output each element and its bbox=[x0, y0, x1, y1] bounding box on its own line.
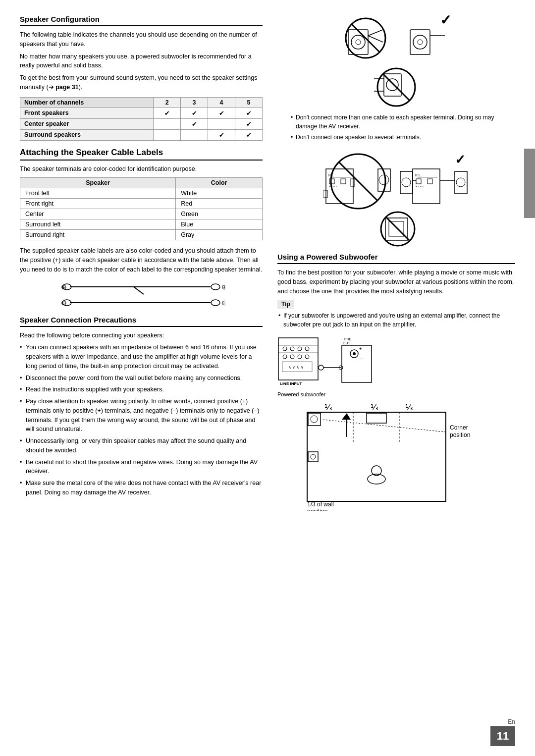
svg-point-63 bbox=[283, 347, 287, 351]
svg-text:R  L: R L bbox=[415, 173, 421, 177]
page-number: 11 bbox=[490, 726, 515, 746]
diagram-note-item: Don't connect one speaker to several ter… bbox=[296, 133, 505, 142]
svg-text:1/3 of wall: 1/3 of wall bbox=[307, 501, 334, 508]
svg-point-66 bbox=[305, 347, 309, 351]
svg-rect-60 bbox=[278, 338, 318, 380]
svg-rect-46 bbox=[416, 179, 421, 184]
diagram-note-item: Don't connect more than one cable to eac… bbox=[296, 113, 505, 131]
svg-text:✓: ✓ bbox=[440, 15, 451, 28]
correct-speaker-svg-1: ✓ bbox=[400, 15, 455, 62]
svg-text:⅓: ⅓ bbox=[371, 403, 378, 412]
wrong-diagram-1 bbox=[338, 15, 393, 63]
speaker-config-para3: To get the best from your surround sound… bbox=[20, 73, 263, 92]
channels-table: Number of channels 2 3 4 5 Front speaker… bbox=[20, 97, 263, 141]
svg-text:PRE: PRE bbox=[344, 337, 352, 341]
svg-text:⊕: ⊕ bbox=[221, 283, 225, 291]
subwoofer-device-svg: ∧ ∨ ∧ ∨ LINE INPUT PRE OUT bbox=[277, 333, 376, 387]
room-diagram: ⅓ ⅓ ⅓ bbox=[277, 402, 515, 513]
svg-line-19 bbox=[352, 24, 379, 52]
svg-text:+: + bbox=[359, 346, 362, 351]
wrong-speaker-svg-2 bbox=[369, 66, 424, 108]
channels-table-row: Surround speakers✔✔ bbox=[20, 129, 263, 140]
svg-point-70 bbox=[305, 355, 309, 359]
svg-point-14 bbox=[351, 35, 365, 49]
svg-rect-97 bbox=[308, 452, 318, 462]
svg-rect-84 bbox=[307, 412, 446, 501]
svg-text:⊖: ⊖ bbox=[221, 299, 225, 307]
no-symbol-svg bbox=[378, 211, 418, 248]
svg-point-40 bbox=[379, 175, 389, 185]
svg-rect-57 bbox=[389, 221, 404, 236]
speaker-config-para1: The following table indicates the channe… bbox=[20, 30, 263, 49]
tip-item: If your subwoofer is unpowered and you'r… bbox=[283, 311, 515, 329]
subwoofer-section: Using a Powered Subwoofer To find the be… bbox=[277, 253, 515, 513]
svg-text:⅓: ⅓ bbox=[405, 403, 413, 412]
correct-connection-svg: R L + - + - bbox=[400, 152, 470, 211]
subwoofer-title: Using a Powered Subwoofer bbox=[277, 253, 515, 264]
svg-text:✓: ✓ bbox=[455, 152, 466, 167]
svg-rect-37 bbox=[323, 190, 327, 198]
svg-point-21 bbox=[413, 35, 427, 49]
svg-text:OUT: OUT bbox=[343, 341, 351, 345]
precaution-item: Read the instructions supplied with your… bbox=[20, 385, 263, 394]
svg-point-80 bbox=[353, 352, 356, 355]
no-symbol-row bbox=[378, 211, 418, 248]
speaker-color-table: Speaker Color Front leftWhiteFront right… bbox=[20, 177, 263, 240]
speaker-config-title: Speaker Configuration bbox=[20, 15, 263, 26]
precaution-item: Unnecessarily long, or very thin speaker… bbox=[20, 436, 263, 455]
channels-table-row: Center speaker✔✔ bbox=[20, 118, 263, 129]
svg-text:⅓: ⅓ bbox=[324, 403, 332, 412]
col-2: 2 bbox=[154, 97, 181, 108]
arrow-icon: ➔ bbox=[49, 84, 54, 91]
svg-point-5 bbox=[211, 284, 220, 290]
tip-area: Tip If your subwoofer is unpowered and y… bbox=[277, 300, 515, 329]
powered-label: Powered subwoofer bbox=[277, 391, 515, 397]
speaker-table-row: CenterGreen bbox=[20, 209, 263, 219]
svg-line-101 bbox=[323, 420, 446, 432]
svg-point-69 bbox=[298, 355, 302, 359]
svg-point-65 bbox=[298, 347, 302, 351]
channels-table-row: Front speakers✔✔✔✔ bbox=[20, 108, 263, 118]
svg-point-67 bbox=[283, 355, 287, 359]
wrong-connection-svg: R L + - + - bbox=[323, 152, 393, 211]
precautions-list: You can connect speakers with an impedan… bbox=[20, 343, 263, 497]
tip-list: If your subwoofer is unpowered and you'r… bbox=[277, 311, 515, 329]
svg-point-22 bbox=[418, 40, 423, 45]
svg-line-42 bbox=[339, 162, 377, 201]
left-column: Speaker Configuration The following tabl… bbox=[20, 15, 263, 736]
correct-diagram-1: ✓ bbox=[400, 15, 455, 63]
svg-point-64 bbox=[290, 347, 294, 351]
speaker-diagram-area: ✓ bbox=[277, 15, 515, 248]
diagram-pair-top: ✓ bbox=[338, 15, 455, 63]
svg-point-9 bbox=[211, 300, 220, 306]
svg-point-52 bbox=[456, 178, 465, 187]
wrong-diagram-2 bbox=[369, 66, 424, 110]
precaution-item: Pay close attention to speaker wiring po… bbox=[20, 397, 263, 434]
speaker-config-para2: No matter how many speakers you use, a p… bbox=[20, 52, 263, 71]
svg-text:LINE INPUT: LINE INPUT bbox=[280, 381, 302, 386]
precaution-item: Be careful not to short the positive and… bbox=[20, 458, 263, 477]
svg-point-68 bbox=[290, 355, 294, 359]
precaution-item: Disconnect the power cord from the wall … bbox=[20, 374, 263, 383]
svg-text:∧  ∨  ∧  ∨: ∧ ∨ ∧ ∨ bbox=[288, 365, 304, 370]
page: Speaker Configuration The following tabl… bbox=[0, 0, 535, 756]
speaker-table-row: Surround leftBlue bbox=[20, 219, 263, 230]
channels-table-header: Number of channels bbox=[20, 97, 154, 108]
wrong-speaker-svg-1 bbox=[338, 15, 393, 62]
svg-point-98 bbox=[311, 454, 316, 459]
diagram-pair-middle bbox=[369, 66, 424, 110]
svg-point-74 bbox=[319, 365, 323, 370]
precautions-intro: Read the following before connecting you… bbox=[20, 331, 263, 340]
svg-marker-90 bbox=[342, 413, 351, 420]
attaching-section: Attaching the Speaker Cable Labels The s… bbox=[20, 148, 263, 274]
svg-text:Corner: Corner bbox=[450, 424, 468, 431]
svg-rect-47 bbox=[428, 179, 432, 184]
right-column: ✓ bbox=[277, 15, 515, 736]
speaker-table-row: Front rightRed bbox=[20, 199, 263, 209]
svg-point-50 bbox=[402, 178, 411, 187]
speaker-table-row: Surround rightGray bbox=[20, 230, 263, 240]
correct-diagram-2: R L + - + - bbox=[400, 152, 470, 213]
svg-rect-92 bbox=[367, 413, 386, 423]
svg-text:position: position bbox=[307, 508, 327, 511]
precaution-item: You can connect speakers with an impedan… bbox=[20, 343, 263, 371]
